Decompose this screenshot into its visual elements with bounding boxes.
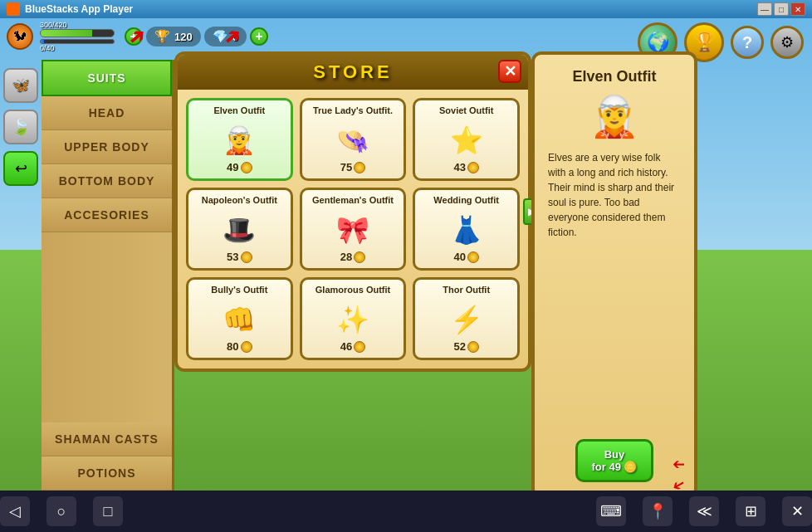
player-avatar: 🐿 [7,23,33,50]
store-close-button[interactable]: ✕ [498,60,521,83]
keyboard-button[interactable]: ⌨ [596,496,626,526]
coins-container: 🏆 120 [146,27,201,46]
bottom-bar: ◁ ○ □ ⌨ 📍 ≪ ⊞ ✕ [0,491,812,532]
sidebar-item-head[interactable]: HEAD [42,96,172,130]
sidebar-item-potions[interactable]: POTIONS [42,456,172,491]
app-switcher-button[interactable]: ⊞ [736,496,766,526]
store-body: Elven Outfit 🧝 49 True Lady's Outfit. 👒 [178,90,528,368]
sidebar-item-bottom-body[interactable]: BOTTOM BODY [42,164,172,198]
store-item-glamorous[interactable]: Glamorous Outfit ✨ 46 [300,277,407,360]
store-item-wedding-name: Wedding Outfit [433,195,499,206]
store-title: STORE [313,61,392,82]
store-item-soviet-name: Soviet Outfit [439,105,493,116]
store-item-bully[interactable]: Bully's Outfit 👊 80 [186,277,293,360]
store-item-napoleon-img: 🎩 [223,209,256,251]
title-bar-text: BlueStacks App Player [25,3,757,15]
app-icon [7,2,20,16]
store-item-thor-name: Thor Outfit [443,285,490,295]
left-sidebar: SUITS HEAD UPPER BODY BOTTOM BODY ACCESO… [42,60,174,491]
buy-label-line1: Buy [604,448,625,461]
title-bar-buttons: — □ ✕ [757,2,805,16]
close-app-button[interactable]: ✕ [782,496,812,526]
top-bar: 🐿 300/420 0/40 + 🏆 120 💎 0 + ➔ ➔ [0,18,812,55]
leaf-button[interactable]: 🍃 [3,110,38,144]
store-item-elven-img: 🧝 [223,120,256,161]
store-item-soviet-price: 43 [453,161,478,173]
home-button[interactable]: ○ [46,496,76,526]
store-item-elven-name: Elven Outfit [213,105,265,116]
minimize-button[interactable]: — [757,2,772,16]
recents-button[interactable]: □ [93,496,123,526]
buy-button[interactable]: Buy for 49 🪙 [575,439,653,482]
store-grid: Elven Outfit 🧝 49 True Lady's Outfit. 👒 [186,98,520,360]
elven-price-value: 49 [227,161,238,173]
health-bar-fill [41,30,92,37]
info-outfit-emoji: 🧝 [589,95,639,139]
store-item-gentleman[interactable]: Gentleman's Outfit 🎀 28 [300,188,407,271]
share-button[interactable]: ≪ [689,496,719,526]
health-bar [40,29,115,37]
soviet-price-value: 43 [453,161,465,173]
store-item-thor-price: 52 [453,340,478,353]
store-item-true-lady-img: 👒 [336,120,369,161]
sidebar-item-upper-body[interactable]: UPPER BODY [42,130,172,164]
napoleon-price-value: 53 [227,251,238,263]
bully-price-value: 80 [227,340,238,353]
store-item-wedding-price: 40 [453,251,478,263]
glamorous-price-value: 46 [340,340,352,353]
store-item-soviet-img: ⭐ [450,120,483,161]
store-item-bully-img: 👊 [223,299,256,340]
sidebar-item-accesories[interactable]: ACCESORIES [42,198,172,232]
store-item-thor[interactable]: Thor Outfit ⚡ 52 [413,277,520,360]
wedding-coin-icon [467,251,479,263]
back-circle-button[interactable]: ↩ [3,151,38,186]
gentleman-coin-icon [354,251,365,263]
xp-text: 0/40 [40,44,115,52]
health-container: 300/420 0/40 [40,21,115,52]
health-text: 300/420 [40,21,115,29]
store-item-gentleman-name: Gentleman's Outfit [312,195,394,206]
store-item-bully-name: Bully's Outfit [211,285,267,295]
nav-spacer [42,232,172,422]
store-item-wedding-img: 👗 [450,209,483,251]
store-item-true-lady-price: 75 [340,161,365,173]
info-panel-title: Elven Outfit [572,68,656,85]
store-item-glamorous-img: ✨ [336,299,369,340]
info-panel: Elven Outfit 🧝 Elves are a very wise fol… [531,51,697,499]
game-area: 🐿 300/420 0/40 + 🏆 120 💎 0 + ➔ ➔ 🌍 [0,18,812,532]
napoleon-coin-icon [241,251,252,263]
coins-value: 120 [174,31,193,43]
back-nav-button[interactable]: ◁ [0,496,30,526]
true-lady-price-value: 75 [340,161,352,173]
store-item-true-lady[interactable]: True Lady's Outfit. 👒 75 [300,98,407,181]
location-button[interactable]: 📍 [643,496,673,526]
store-item-glamorous-price: 46 [340,340,365,353]
store-item-napoleon[interactable]: Napoleon's Outfit 🎩 53 [186,188,293,271]
store-header: STORE ✕ [178,55,528,90]
store-item-glamorous-name: Glamorous Outfit [316,285,390,295]
store-item-gentleman-price: 28 [340,251,365,263]
sidebar-item-shaman-casts[interactable]: SHAMAN CASTS [42,422,172,456]
store-item-soviet[interactable]: Soviet Outfit ⭐ 43 [413,98,520,181]
store-item-elven-price: 49 [227,161,252,173]
buy-label-line2: for 49 🪙 [591,461,637,473]
store-item-wedding[interactable]: Wedding Outfit 👗 40 [413,188,520,271]
xp-bar-fill [41,40,44,43]
thor-price-value: 52 [453,340,465,353]
sidebar-item-suits[interactable]: SUITS [42,60,172,96]
trophy-icon: 🏆 [154,29,170,44]
title-bar: BlueStacks App Player — □ ✕ [0,0,812,18]
butterfly-button[interactable]: 🦋 [3,68,38,103]
close-window-button[interactable]: ✕ [790,2,805,16]
info-panel-image: 🧝 [589,94,639,140]
gentleman-price-value: 28 [340,251,352,263]
store-item-napoleon-price: 53 [227,251,252,263]
elven-coin-icon [241,162,252,173]
store-item-elven[interactable]: Elven Outfit 🧝 49 [186,98,293,181]
add-gems-button[interactable]: + [250,27,268,46]
wedding-price-value: 40 [453,251,465,263]
true-lady-coin-icon [354,162,365,173]
arrow-buy-right: ➔ [673,456,685,474]
arrow-indicator-1: ➔ [123,22,150,51]
maximize-button[interactable]: □ [774,2,789,16]
